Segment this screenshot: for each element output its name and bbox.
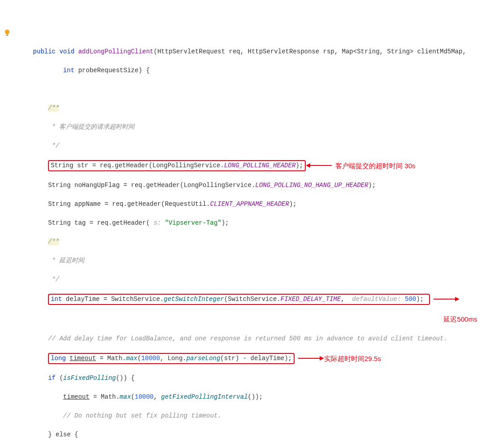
code-line: long timeout = Math.max(10000, Long.pars… [18, 353, 486, 364]
code-line: int delayTime = SwitchService.getSwitchI… [18, 294, 486, 305]
annotation-arrow [430, 299, 460, 300]
params: (HttpServletRequest req, HttpServletResp… [153, 48, 466, 55]
annotation-arrow: 实际超时时间29.5s [295, 354, 381, 363]
annotation-arrow: 客户端提交的超时时间 30s [306, 161, 415, 170]
highlight-box: String str = req.getHeader(LongPollingSe… [48, 160, 306, 171]
annotation-text: 客户端提交的超时时间 30s [335, 161, 415, 170]
highlight-box: int delayTime = SwitchService.getSwitchI… [48, 294, 430, 305]
code-line: * 客户端提交的请求超时时间 [18, 122, 486, 132]
annotation-text: 延迟500ms [443, 315, 477, 323]
code-line: * 延迟时间 [18, 256, 486, 265]
code-line: String noHangUpFlag = req.getHeader(Long… [18, 181, 486, 190]
code-line: String appName = req.getHeader(RequestUt… [18, 200, 486, 209]
code-line: } else { [18, 430, 486, 439]
highlight-box: long timeout = Math.max(10000, Long.pars… [48, 353, 295, 364]
code-line: // Do nothing but set fix polling timeou… [18, 411, 486, 421]
code-line: String tag = req.getHeader( s: "Vipserve… [18, 218, 486, 228]
code-line: int probeRequestSize) { [18, 66, 486, 75]
method-name: addLongPollingClient [78, 48, 153, 55]
code-line: // Add delay time for LoadBalance, and o… [18, 334, 486, 344]
keyword: public [33, 48, 56, 55]
code-line: public void addLongPollingClient(HttpSer… [18, 47, 486, 57]
code-line: if (isFixedPolling()) { [18, 374, 486, 383]
annotation-text: 实际超时时间29.5s [324, 354, 381, 363]
code-line: /** [18, 237, 486, 247]
code-line: String str = req.getHeader(LongPollingSe… [18, 160, 486, 171]
code-line: timeout = Math.max(10000, getFixedPollin… [18, 392, 486, 402]
lightbulb-icon[interactable] [4, 29, 11, 36]
code-line: /** [18, 104, 486, 113]
code-line: 延迟500ms [18, 314, 486, 325]
code-line: */ [18, 275, 486, 284]
code-line: */ [18, 141, 486, 151]
keyword: void [59, 48, 74, 55]
svg-rect-0 [6, 35, 8, 36]
